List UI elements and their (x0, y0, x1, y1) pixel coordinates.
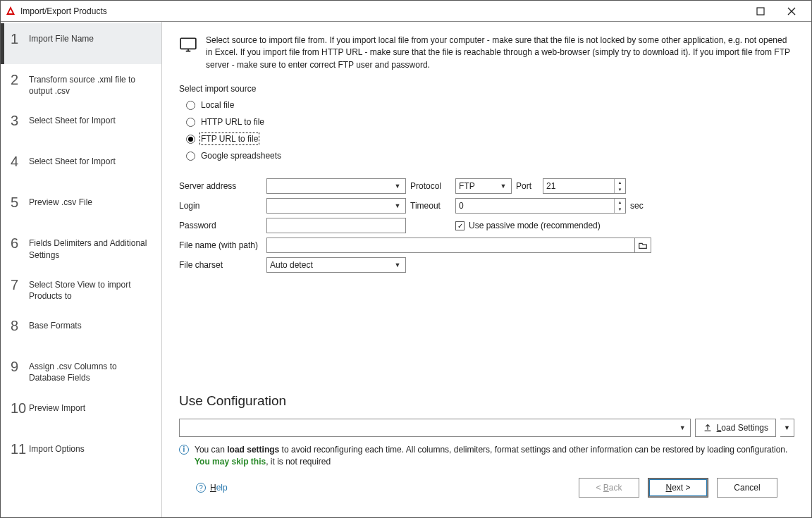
chevron-down-icon: ▼ (498, 183, 508, 190)
login-input[interactable]: ▼ (266, 198, 406, 214)
info-message: i You can load settings to avoid reconfi… (179, 444, 794, 468)
wizard-steps-sidebar: 1 Import File Name 2 Transform source .x… (1, 22, 162, 517)
main-panel: Select source to import file from. If yo… (162, 22, 811, 517)
back-button[interactable]: < Back < Back (579, 478, 639, 498)
checkbox-checked-icon: ✓ (455, 221, 465, 230)
svg-rect-0 (757, 8, 764, 15)
use-configuration-title: Use Configuration (179, 393, 794, 409)
intro-block: Select source to import file from. If yo… (179, 35, 794, 71)
radio-ftp-url[interactable]: FTP URL to file (186, 132, 794, 146)
timeout-label: Timeout (410, 201, 451, 211)
step-6[interactable]: 6 Fields Delimiters and Additional Setti… (1, 228, 161, 269)
login-label: Login (179, 201, 262, 211)
step-3[interactable]: 3 Select Sheet for Import (1, 105, 161, 146)
intro-text: Select source to import file from. If yo… (206, 35, 794, 71)
titlebar: Import/Export Products (1, 1, 811, 22)
radio-circle-icon (186, 118, 195, 127)
help-icon: ? (196, 483, 206, 493)
server-address-label: Server address (179, 181, 262, 191)
radio-http-url[interactable]: HTTP URL to file (186, 115, 794, 129)
spin-up-icon[interactable]: ▲ (615, 199, 625, 206)
maximize-button[interactable] (745, 1, 776, 21)
protocol-select[interactable]: FTP ▼ (455, 178, 512, 194)
charset-label: File charset (179, 260, 262, 270)
radio-circle-icon (186, 152, 195, 161)
timeout-stepper[interactable]: 0 ▲▼ (455, 198, 626, 214)
radio-circle-icon (186, 101, 195, 110)
source-radio-group: Local file HTTP URL to file FTP URL to f… (179, 98, 794, 163)
help-link[interactable]: ? Help Help (196, 483, 228, 493)
port-label: Port (516, 181, 539, 191)
monitor-icon (179, 36, 197, 54)
radio-circle-icon (186, 135, 195, 144)
password-label: Password (179, 221, 262, 230)
step-5[interactable]: 5 Preview .csv File (1, 187, 161, 228)
passive-mode-checkbox[interactable]: ✓ Use passive mode (recommended) (455, 221, 651, 230)
upload-icon (703, 423, 713, 433)
load-settings-dropdown[interactable]: ▼ (780, 419, 794, 437)
charset-select[interactable]: Auto detect ▼ (266, 257, 406, 273)
wizard-bottom-bar: ? Help Help < Back < Back Next > Next > … (179, 468, 794, 510)
timeout-unit: sec (630, 201, 651, 211)
chevron-down-icon: ▼ (679, 424, 686, 431)
spin-down-icon[interactable]: ▼ (615, 206, 625, 213)
configuration-select[interactable]: ▼ (179, 419, 691, 437)
filename-label: File name (with path) (179, 240, 262, 250)
step-8[interactable]: 8 Base Formats (1, 310, 161, 351)
password-input[interactable] (266, 218, 406, 233)
step-10[interactable]: 10 Preview Import (1, 393, 161, 433)
step-9[interactable]: 9 Assign .csv Columns to Database Fields (1, 351, 161, 392)
chevron-down-icon: ▼ (393, 202, 402, 209)
svg-rect-1 (180, 38, 196, 49)
chevron-down-icon: ▼ (393, 183, 402, 190)
load-settings-button[interactable]: LLoad Settingsoad Settings (695, 419, 776, 437)
step-11[interactable]: 11 Import Options (1, 433, 161, 474)
cancel-button[interactable]: Cancel (717, 478, 777, 498)
step-7[interactable]: 7 Select Store View to import Products t… (1, 269, 161, 310)
browse-button[interactable] (634, 238, 651, 253)
step-1[interactable]: 1 Import File Name (1, 23, 161, 64)
spin-up-icon[interactable]: ▲ (615, 179, 625, 186)
radio-google-spreadsheets[interactable]: Google spreadsheets (186, 149, 794, 163)
app-icon (5, 6, 16, 17)
radio-local-file[interactable]: Local file (186, 98, 794, 112)
next-button[interactable]: Next > Next > (648, 478, 708, 498)
chevron-down-icon: ▼ (393, 261, 402, 269)
step-2[interactable]: 2 Transform source .xml file to output .… (1, 64, 161, 105)
source-group-label: Select import source (179, 84, 794, 94)
wizard-window: Import/Export Products 1 Import File Nam… (0, 0, 812, 518)
step-4[interactable]: 4 Select Sheet for Import (1, 146, 161, 187)
port-stepper[interactable]: 21 ▲▼ (543, 178, 626, 194)
window-title: Import/Export Products (20, 6, 107, 16)
ftp-form: Server address ▼ Protocol FTP ▼ Port 21 … (179, 178, 794, 273)
info-icon: i (179, 445, 189, 455)
server-address-input[interactable]: ▼ (266, 178, 406, 194)
close-button[interactable] (776, 1, 807, 21)
filename-input[interactable] (266, 238, 635, 253)
protocol-label: Protocol (410, 181, 451, 191)
use-configuration-section: Use Configuration ▼ LLoad Settingsoad Se… (179, 393, 794, 468)
spin-down-icon[interactable]: ▼ (615, 186, 625, 193)
